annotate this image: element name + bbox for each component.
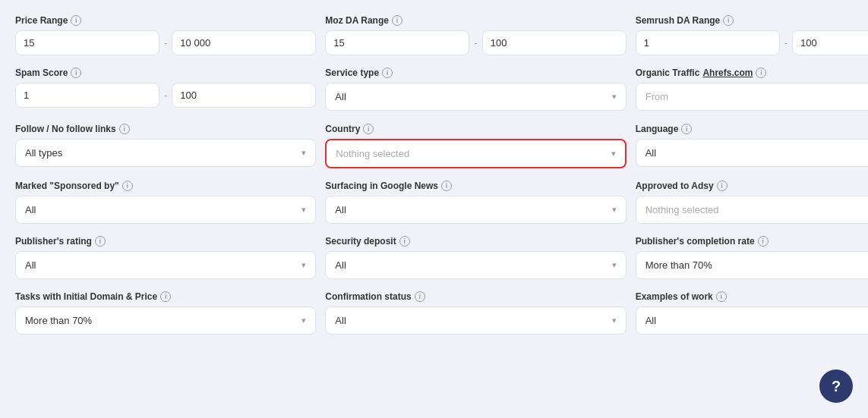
security-deposit-label: Security deposit i	[325, 236, 626, 247]
spam-score-inputs: -	[15, 83, 316, 108]
approved-adsy-select[interactable]: Nothing selected ▾	[636, 196, 868, 224]
spam-score-label: Spam Score i	[15, 68, 316, 78]
publisher-completion-rate-select[interactable]: More than 70% ▾	[636, 251, 868, 279]
tasks-initial-domain-label-text: Tasks with Initial Domain & Price	[15, 291, 157, 302]
spam-score-info-icon[interactable]: i	[71, 68, 81, 78]
semrush-da-separator: -	[784, 37, 788, 49]
country-chevron-icon: ▾	[611, 149, 616, 159]
surfacing-google-news-select[interactable]: All ▾	[325, 196, 626, 224]
price-range-to-input[interactable]	[172, 30, 316, 55]
country-placeholder: Nothing selected	[336, 148, 409, 159]
confirmation-status-label: Confirmation status i	[325, 291, 626, 302]
organic-traffic-info-icon[interactable]: i	[756, 68, 766, 78]
service-type-value: All	[335, 91, 346, 102]
examples-of-work-group: Examples of work i All ▾	[636, 291, 868, 335]
language-value: All	[645, 147, 656, 159]
follow-nofollow-chevron-icon: ▾	[301, 148, 306, 158]
service-type-info-icon[interactable]: i	[382, 68, 393, 78]
country-label: Country i	[325, 124, 626, 134]
price-range-group: Price Range i -	[15, 15, 316, 55]
follow-nofollow-select[interactable]: All types ▾	[15, 139, 316, 167]
organic-traffic-placeholder: From	[645, 91, 668, 102]
service-type-select[interactable]: All ▾	[325, 83, 626, 111]
moz-da-separator: -	[474, 37, 477, 49]
examples-of-work-info-icon[interactable]: i	[716, 291, 727, 302]
confirmation-status-info-icon[interactable]: i	[415, 291, 425, 302]
confirmation-status-select[interactable]: All ▾	[325, 306, 626, 335]
security-deposit-group: Security deposit i All ▾	[325, 236, 626, 279]
country-select[interactable]: Nothing selected ▾	[325, 139, 626, 168]
security-deposit-select[interactable]: All ▾	[325, 251, 626, 279]
surfacing-google-news-value: All	[335, 204, 346, 215]
approved-adsy-info-icon[interactable]: i	[717, 181, 728, 191]
moz-da-info-icon[interactable]: i	[392, 15, 402, 26]
price-range-label-text: Price Range	[15, 15, 68, 26]
publisher-rating-value: All	[25, 259, 36, 271]
follow-nofollow-label: Follow / No follow links i	[15, 124, 316, 134]
moz-da-label: Moz DA Range i	[325, 15, 626, 26]
language-label-text: Language	[636, 124, 679, 134]
price-range-inputs: -	[15, 30, 316, 55]
security-deposit-info-icon[interactable]: i	[399, 236, 410, 247]
country-info-icon[interactable]: i	[363, 124, 374, 134]
marked-sponsored-group: Marked "Sponsored by" i All ▾	[15, 181, 316, 224]
tasks-initial-domain-chevron-icon: ▾	[301, 316, 306, 325]
follow-nofollow-label-text: Follow / No follow links	[15, 124, 116, 134]
semrush-da-info-icon[interactable]: i	[723, 15, 734, 26]
marked-sponsored-label: Marked "Sponsored by" i	[15, 181, 316, 191]
marked-sponsored-value: All	[25, 204, 36, 215]
tasks-initial-domain-group: Tasks with Initial Domain & Price i More…	[15, 291, 316, 335]
tasks-initial-domain-select[interactable]: More than 70% ▾	[15, 306, 316, 335]
publisher-completion-rate-info-icon[interactable]: i	[758, 236, 769, 247]
price-range-from-input[interactable]	[15, 30, 159, 55]
examples-of-work-label: Examples of work i	[636, 291, 868, 302]
approved-adsy-group: Approved to Adsy i Nothing selected ▾	[636, 181, 868, 224]
organic-traffic-link[interactable]: Ahrefs.com	[702, 68, 753, 78]
publisher-rating-select[interactable]: All ▾	[15, 251, 316, 279]
filter-grid: Price Range i - Moz DA Range i - Semrush…	[15, 15, 853, 335]
approved-adsy-label-text: Approved to Adsy	[636, 181, 714, 191]
service-type-label: Service type i	[325, 68, 626, 78]
organic-traffic-from-field[interactable]: From	[636, 83, 868, 111]
price-range-separator: -	[164, 37, 167, 49]
confirmation-status-group: Confirmation status i All ▾	[325, 291, 626, 335]
language-label: Language i	[636, 124, 868, 134]
publisher-completion-rate-group: Publisher's completion rate i More than …	[636, 236, 868, 279]
marked-sponsored-info-icon[interactable]: i	[122, 181, 133, 191]
publisher-completion-rate-label: Publisher's completion rate i	[636, 236, 868, 247]
tasks-initial-domain-label: Tasks with Initial Domain & Price i	[15, 291, 316, 302]
language-select[interactable]: All ▾	[636, 139, 868, 167]
semrush-da-label: Semrush DA Range i	[636, 15, 868, 26]
follow-nofollow-info-icon[interactable]: i	[119, 124, 130, 134]
surfacing-google-news-info-icon[interactable]: i	[441, 181, 452, 191]
organic-traffic-label-text: Organic Traffic	[636, 68, 700, 78]
publisher-completion-rate-value: More than 70%	[645, 259, 712, 271]
price-range-info-icon[interactable]: i	[71, 15, 81, 26]
moz-da-label-text: Moz DA Range	[325, 15, 389, 26]
surfacing-google-news-group: Surfacing in Google News i All ▾	[325, 181, 626, 224]
semrush-da-from-input[interactable]	[636, 30, 780, 55]
examples-of-work-label-text: Examples of work	[636, 291, 713, 302]
marked-sponsored-select[interactable]: All ▾	[15, 196, 316, 224]
moz-da-from-input[interactable]	[325, 30, 469, 55]
language-group: Language i All ▾	[636, 124, 868, 168]
semrush-da-to-input[interactable]	[792, 30, 868, 55]
security-deposit-label-text: Security deposit	[325, 236, 396, 247]
publisher-rating-group: Publisher's rating i All ▾	[15, 236, 316, 279]
surfacing-google-news-label-text: Surfacing in Google News	[325, 181, 438, 191]
spam-score-from-input[interactable]	[15, 83, 159, 108]
organic-traffic-group: Organic Traffic Ahrefs.com i From	[636, 68, 868, 112]
moz-da-to-input[interactable]	[482, 30, 627, 55]
publisher-rating-chevron-icon: ▾	[301, 260, 306, 270]
publisher-rating-info-icon[interactable]: i	[95, 236, 106, 247]
moz-da-range-group: Moz DA Range i -	[325, 15, 626, 55]
tasks-initial-domain-info-icon[interactable]: i	[160, 291, 171, 302]
approved-adsy-placeholder: Nothing selected	[645, 204, 719, 215]
surfacing-google-news-chevron-icon: ▾	[612, 205, 617, 215]
language-info-icon[interactable]: i	[681, 124, 692, 134]
examples-of-work-select[interactable]: All ▾	[636, 306, 868, 335]
marked-sponsored-chevron-icon: ▾	[301, 205, 306, 215]
spam-score-to-input[interactable]	[172, 83, 316, 108]
publisher-rating-label: Publisher's rating i	[15, 236, 316, 247]
security-deposit-value: All	[335, 259, 346, 271]
